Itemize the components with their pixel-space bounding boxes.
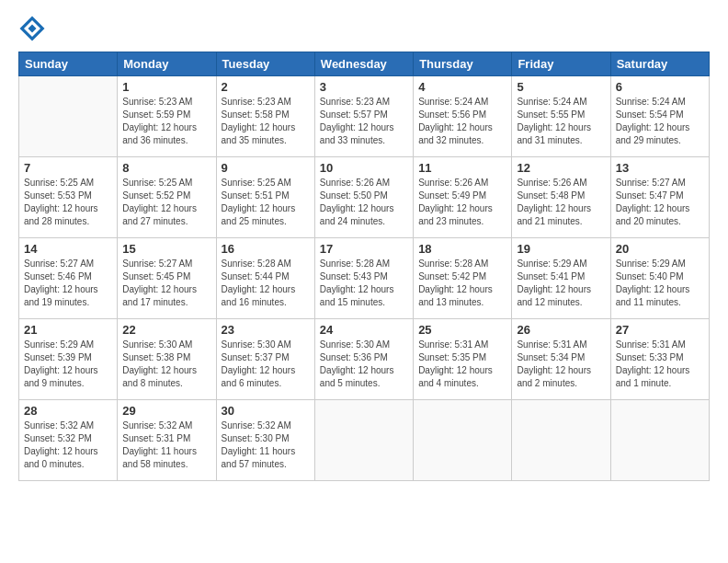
day-number: 11	[418, 161, 506, 175]
logo	[18, 15, 50, 42]
day-number: 15	[122, 242, 210, 256]
calendar-day: 16Sunrise: 5:28 AM Sunset: 5:44 PM Dayli…	[216, 238, 314, 319]
day-number: 6	[616, 80, 704, 94]
calendar-day: 13Sunrise: 5:27 AM Sunset: 5:47 PM Dayli…	[610, 157, 709, 238]
day-info: Sunrise: 5:24 AM Sunset: 5:54 PM Dayligh…	[616, 96, 704, 147]
day-info: Sunrise: 5:31 AM Sunset: 5:34 PM Dayligh…	[517, 339, 605, 390]
day-info: Sunrise: 5:28 AM Sunset: 5:43 PM Dayligh…	[320, 258, 408, 309]
calendar-day: 7Sunrise: 5:25 AM Sunset: 5:53 PM Daylig…	[19, 157, 118, 238]
day-number: 8	[122, 161, 210, 175]
day-info: Sunrise: 5:26 AM Sunset: 5:50 PM Dayligh…	[320, 177, 408, 228]
day-number: 30	[222, 404, 310, 418]
calendar-week-row: 14Sunrise: 5:27 AM Sunset: 5:46 PM Dayli…	[19, 238, 710, 319]
day-number: 10	[320, 161, 408, 175]
day-number: 4	[418, 80, 506, 94]
calendar-week-row: 1Sunrise: 5:23 AM Sunset: 5:59 PM Daylig…	[19, 76, 710, 157]
day-number: 16	[222, 242, 310, 256]
day-number: 3	[320, 80, 408, 94]
calendar-day: 22Sunrise: 5:30 AM Sunset: 5:38 PM Dayli…	[118, 319, 216, 400]
day-info: Sunrise: 5:23 AM Sunset: 5:59 PM Dayligh…	[122, 96, 210, 147]
day-info: Sunrise: 5:28 AM Sunset: 5:42 PM Dayligh…	[418, 258, 506, 309]
day-number: 12	[517, 161, 605, 175]
day-info: Sunrise: 5:24 AM Sunset: 5:56 PM Dayligh…	[418, 96, 506, 147]
day-number: 21	[24, 323, 112, 337]
day-info: Sunrise: 5:23 AM Sunset: 5:58 PM Dayligh…	[222, 96, 310, 147]
day-number: 1	[122, 80, 210, 94]
calendar-day: 10Sunrise: 5:26 AM Sunset: 5:50 PM Dayli…	[314, 157, 413, 238]
calendar-day: 11Sunrise: 5:26 AM Sunset: 5:49 PM Dayli…	[414, 157, 512, 238]
day-info: Sunrise: 5:29 AM Sunset: 5:41 PM Dayligh…	[517, 258, 605, 309]
calendar-day: 30Sunrise: 5:32 AM Sunset: 5:30 PM Dayli…	[216, 400, 314, 481]
day-number: 25	[418, 323, 506, 337]
calendar-day: 21Sunrise: 5:29 AM Sunset: 5:39 PM Dayli…	[19, 319, 118, 400]
header	[18, 15, 710, 42]
weekday-header: Wednesday	[314, 52, 413, 76]
calendar-day	[512, 400, 610, 481]
day-info: Sunrise: 5:32 AM Sunset: 5:30 PM Dayligh…	[222, 419, 310, 471]
day-number: 19	[517, 242, 605, 256]
day-number: 27	[616, 323, 704, 337]
calendar-day	[610, 400, 709, 481]
calendar: SundayMondayTuesdayWednesdayThursdayFrid…	[18, 52, 710, 481]
day-number: 26	[517, 323, 605, 337]
day-info: Sunrise: 5:26 AM Sunset: 5:48 PM Dayligh…	[517, 177, 605, 228]
calendar-day	[414, 400, 512, 481]
day-number: 29	[122, 404, 210, 418]
day-info: Sunrise: 5:25 AM Sunset: 5:51 PM Dayligh…	[222, 177, 310, 228]
calendar-day: 8Sunrise: 5:25 AM Sunset: 5:52 PM Daylig…	[118, 157, 216, 238]
day-number: 18	[418, 242, 506, 256]
day-info: Sunrise: 5:27 AM Sunset: 5:45 PM Dayligh…	[122, 258, 210, 309]
day-info: Sunrise: 5:26 AM Sunset: 5:49 PM Dayligh…	[418, 177, 506, 228]
calendar-day: 9Sunrise: 5:25 AM Sunset: 5:51 PM Daylig…	[216, 157, 314, 238]
weekday-header: Sunday	[19, 52, 118, 76]
calendar-day: 20Sunrise: 5:29 AM Sunset: 5:40 PM Dayli…	[610, 238, 709, 319]
calendar-day: 18Sunrise: 5:28 AM Sunset: 5:42 PM Dayli…	[414, 238, 512, 319]
day-number: 28	[24, 404, 112, 418]
day-info: Sunrise: 5:29 AM Sunset: 5:40 PM Dayligh…	[616, 258, 704, 309]
day-info: Sunrise: 5:30 AM Sunset: 5:37 PM Dayligh…	[222, 339, 310, 390]
weekday-header: Thursday	[414, 52, 512, 76]
day-info: Sunrise: 5:23 AM Sunset: 5:57 PM Dayligh…	[320, 96, 408, 147]
calendar-day: 29Sunrise: 5:32 AM Sunset: 5:31 PM Dayli…	[118, 400, 216, 481]
calendar-day: 26Sunrise: 5:31 AM Sunset: 5:34 PM Dayli…	[512, 319, 610, 400]
day-info: Sunrise: 5:31 AM Sunset: 5:33 PM Dayligh…	[616, 339, 704, 390]
calendar-day: 6Sunrise: 5:24 AM Sunset: 5:54 PM Daylig…	[610, 76, 709, 157]
calendar-day: 14Sunrise: 5:27 AM Sunset: 5:46 PM Dayli…	[19, 238, 118, 319]
day-info: Sunrise: 5:27 AM Sunset: 5:47 PM Dayligh…	[616, 177, 704, 228]
day-info: Sunrise: 5:30 AM Sunset: 5:38 PM Dayligh…	[122, 339, 210, 390]
day-number: 17	[320, 242, 408, 256]
day-number: 23	[222, 323, 310, 337]
calendar-day: 25Sunrise: 5:31 AM Sunset: 5:35 PM Dayli…	[414, 319, 512, 400]
calendar-day: 27Sunrise: 5:31 AM Sunset: 5:33 PM Dayli…	[610, 319, 709, 400]
day-number: 22	[122, 323, 210, 337]
day-number: 13	[616, 161, 704, 175]
calendar-day: 19Sunrise: 5:29 AM Sunset: 5:41 PM Dayli…	[512, 238, 610, 319]
day-info: Sunrise: 5:31 AM Sunset: 5:35 PM Dayligh…	[418, 339, 506, 390]
weekday-header: Saturday	[610, 52, 709, 76]
calendar-day: 17Sunrise: 5:28 AM Sunset: 5:43 PM Dayli…	[314, 238, 413, 319]
calendar-week-row: 7Sunrise: 5:25 AM Sunset: 5:53 PM Daylig…	[19, 157, 710, 238]
day-info: Sunrise: 5:27 AM Sunset: 5:46 PM Dayligh…	[24, 258, 112, 309]
calendar-day	[19, 76, 118, 157]
calendar-day	[314, 400, 413, 481]
day-info: Sunrise: 5:29 AM Sunset: 5:39 PM Dayligh…	[24, 339, 112, 390]
calendar-day: 5Sunrise: 5:24 AM Sunset: 5:55 PM Daylig…	[512, 76, 610, 157]
calendar-day: 23Sunrise: 5:30 AM Sunset: 5:37 PM Dayli…	[216, 319, 314, 400]
day-info: Sunrise: 5:24 AM Sunset: 5:55 PM Dayligh…	[517, 96, 605, 147]
day-number: 14	[24, 242, 112, 256]
day-number: 24	[320, 323, 408, 337]
calendar-header-row: SundayMondayTuesdayWednesdayThursdayFrid…	[19, 52, 710, 76]
weekday-header: Monday	[118, 52, 216, 76]
calendar-day: 15Sunrise: 5:27 AM Sunset: 5:45 PM Dayli…	[118, 238, 216, 319]
calendar-day: 28Sunrise: 5:32 AM Sunset: 5:32 PM Dayli…	[19, 400, 118, 481]
weekday-header: Tuesday	[216, 52, 314, 76]
calendar-week-row: 28Sunrise: 5:32 AM Sunset: 5:32 PM Dayli…	[19, 400, 710, 481]
calendar-day: 4Sunrise: 5:24 AM Sunset: 5:56 PM Daylig…	[414, 76, 512, 157]
calendar-day: 24Sunrise: 5:30 AM Sunset: 5:36 PM Dayli…	[314, 319, 413, 400]
day-number: 9	[222, 161, 310, 175]
logo-icon	[18, 15, 46, 42]
calendar-day: 2Sunrise: 5:23 AM Sunset: 5:58 PM Daylig…	[216, 76, 314, 157]
day-number: 7	[24, 161, 112, 175]
calendar-week-row: 21Sunrise: 5:29 AM Sunset: 5:39 PM Dayli…	[19, 319, 710, 400]
day-info: Sunrise: 5:25 AM Sunset: 5:52 PM Dayligh…	[122, 177, 210, 228]
